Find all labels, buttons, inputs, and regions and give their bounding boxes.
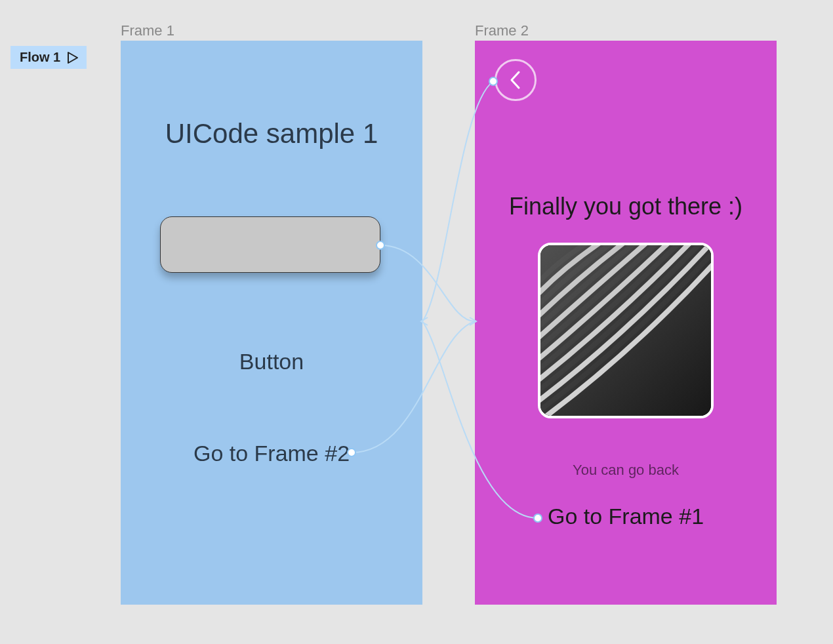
connection-node[interactable] — [347, 448, 356, 457]
flow-badge[interactable]: Flow 1 — [10, 46, 87, 69]
flow-label: Flow 1 — [20, 50, 60, 65]
frame2-image[interactable] — [538, 243, 714, 418]
design-canvas[interactable]: Flow 1 Frame 1 Frame 2 UICode sample 1 B… — [0, 0, 833, 644]
svg-rect-1 — [540, 245, 711, 416]
play-icon[interactable] — [67, 51, 79, 64]
frame2-title[interactable]: Finally you got there :) — [475, 193, 777, 220]
chevron-left-icon — [508, 70, 523, 90]
sample-button-rect[interactable] — [160, 216, 380, 273]
back-button[interactable] — [495, 59, 537, 101]
frame-label-2[interactable]: Frame 2 — [475, 22, 529, 39]
connection-node[interactable] — [376, 241, 385, 250]
frame1-goto-link[interactable]: Go to Frame #2 — [121, 441, 422, 466]
frame2-caption[interactable]: You can go back — [475, 462, 777, 479]
frame1-title[interactable]: UICode sample 1 — [121, 118, 422, 150]
frame-1[interactable]: UICode sample 1 Button Go to Frame #2 — [121, 41, 422, 605]
connection-node[interactable] — [489, 77, 498, 86]
frame-label-1[interactable]: Frame 1 — [121, 22, 174, 39]
frame-2[interactable]: Finally you got there :) — [475, 41, 777, 605]
frame2-goto-link[interactable]: Go to Frame #1 — [475, 504, 777, 529]
connection-node[interactable] — [533, 513, 542, 523]
frame1-button-label[interactable]: Button — [121, 349, 422, 374]
